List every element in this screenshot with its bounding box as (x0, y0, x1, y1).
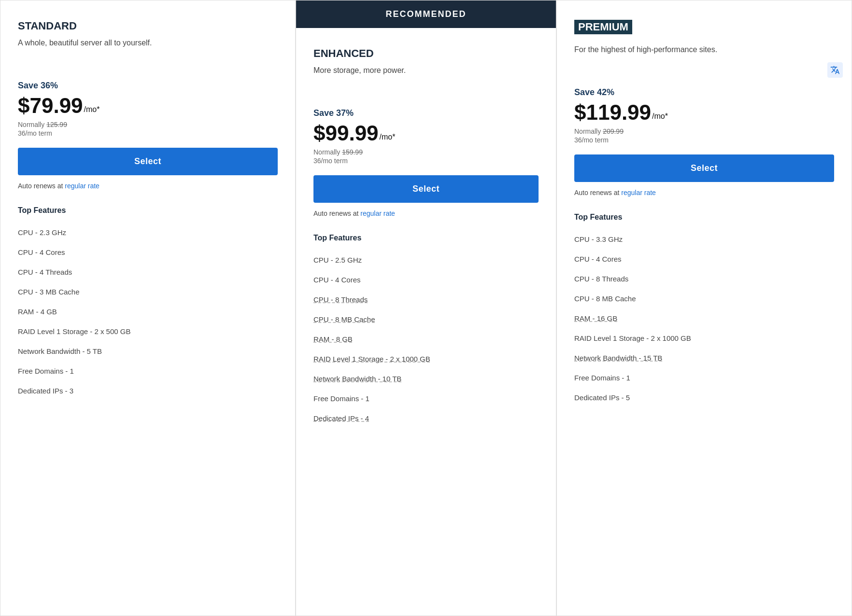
plan-standard: STANDARD A whole, beautiful server all t… (0, 0, 296, 616)
plan-standard-price-row: $79.99 /mo* (18, 94, 278, 118)
feature-item: RAM - 4 GB (18, 302, 278, 322)
feature-item: CPU - 2.3 GHz (18, 223, 278, 242)
feature-item: RAM - 16 GB (574, 308, 834, 328)
feature-item: Free Domains - 1 (18, 361, 278, 381)
plan-standard-name: STANDARD (18, 20, 278, 32)
plan-enhanced-term: 36/mo term (313, 157, 539, 165)
plan-premium-name: PREMIUM (574, 20, 834, 34)
feature-item: Network Bandwidth - 15 TB (574, 348, 834, 368)
feature-item: Dedicated IPs - 4 (313, 408, 539, 428)
plan-standard-features-label: Top Features (18, 206, 278, 215)
plan-enhanced-auto-renew: Auto renews at regular rate (313, 210, 539, 217)
plan-standard-desc: A whole, beautiful server all to yoursel… (18, 37, 278, 66)
feature-item: RAID Level 1 Storage - 2 x 1000 GB (574, 328, 834, 348)
feature-item: CPU - 8 Threads (313, 290, 539, 309)
feature-item: Dedicated IPs - 5 (574, 388, 834, 407)
recommended-banner: RECOMMENDED (296, 0, 556, 28)
plan-premium-term: 36/mo term (574, 136, 834, 144)
translate-icon[interactable] (827, 62, 843, 78)
feature-item: CPU - 3.3 GHz (574, 229, 834, 249)
feature-item: CPU - 8 MB Cache (313, 309, 539, 329)
feature-item: RAID Level 1 Storage - 2 x 1000 GB (313, 349, 539, 369)
plan-premium-features: CPU - 3.3 GHz CPU - 4 Cores CPU - 8 Thre… (574, 229, 834, 407)
feature-item: RAM - 8 GB (313, 329, 539, 349)
plan-enhanced-regular-rate-link[interactable]: regular rate (360, 210, 395, 217)
plan-standard-auto-renew: Auto renews at regular rate (18, 182, 278, 190)
feature-item: CPU - 8 Threads (574, 269, 834, 289)
plan-premium-regular-rate-link[interactable]: regular rate (621, 189, 656, 196)
plan-enhanced: RECOMMENDED ENHANCED More storage, more … (296, 0, 556, 616)
plan-standard-price: $79.99 (18, 94, 83, 118)
plan-premium-desc: For the highest of high-performance site… (574, 44, 834, 73)
plan-enhanced-price-row: $99.99 /mo* (313, 121, 539, 145)
feature-item: CPU - 4 Threads (18, 262, 278, 282)
feature-item: RAID Level 1 Storage - 2 x 500 GB (18, 322, 278, 341)
plan-premium-price-row: $119.99 /mo* (574, 100, 834, 125)
feature-item: CPU - 8 MB Cache (574, 289, 834, 308)
plan-enhanced-price-suffix: /mo* (380, 133, 396, 141)
plan-premium-price: $119.99 (574, 100, 651, 125)
plan-premium-select-button[interactable]: Select (574, 154, 834, 182)
plan-enhanced-price: $99.99 (313, 121, 379, 145)
plan-enhanced-save: Save 37% (313, 108, 539, 118)
plan-standard-save: Save 36% (18, 81, 278, 91)
feature-item: Network Bandwidth - 10 TB (313, 369, 539, 389)
feature-item: CPU - 4 Cores (574, 249, 834, 269)
plan-premium: PREMIUM For the highest of high-performa… (556, 0, 852, 616)
feature-item: Free Domains - 1 (574, 368, 834, 388)
plan-premium-auto-renew: Auto renews at regular rate (574, 189, 834, 196)
plan-enhanced-normal-price: Normally 159.99 (313, 148, 539, 156)
feature-item: Network Bandwidth - 5 TB (18, 341, 278, 361)
plan-enhanced-features-label: Top Features (313, 234, 539, 242)
feature-item: CPU - 4 Cores (313, 270, 539, 290)
plan-premium-price-suffix: /mo* (652, 112, 668, 121)
plan-standard-features: CPU - 2.3 GHz CPU - 4 Cores CPU - 4 Thre… (18, 223, 278, 401)
feature-item: CPU - 2.5 GHz (313, 250, 539, 270)
plan-standard-normal-price: Normally 125.99 (18, 121, 278, 128)
plan-premium-normal-price: Normally 209.99 (574, 127, 834, 135)
plan-standard-price-suffix: /mo* (84, 105, 100, 114)
plan-standard-select-button[interactable]: Select (18, 148, 278, 175)
plan-premium-features-label: Top Features (574, 213, 834, 222)
feature-item: Dedicated IPs - 3 (18, 381, 278, 401)
plan-enhanced-name: ENHANCED (313, 47, 539, 60)
enhanced-inner: ENHANCED More storage, more power. Save … (296, 28, 556, 448)
pricing-wrapper: STANDARD A whole, beautiful server all t… (0, 0, 852, 616)
plan-enhanced-desc: More storage, more power. (313, 65, 539, 94)
plan-standard-regular-rate-link[interactable]: regular rate (65, 182, 99, 190)
plan-enhanced-features: CPU - 2.5 GHz CPU - 4 Cores CPU - 8 Thre… (313, 250, 539, 428)
plan-enhanced-select-button[interactable]: Select (313, 175, 539, 203)
plan-standard-term: 36/mo term (18, 129, 278, 137)
plan-premium-save: Save 42% (574, 87, 834, 98)
feature-item: CPU - 4 Cores (18, 242, 278, 262)
feature-item: Free Domains - 1 (313, 389, 539, 408)
feature-item: CPU - 3 MB Cache (18, 282, 278, 302)
